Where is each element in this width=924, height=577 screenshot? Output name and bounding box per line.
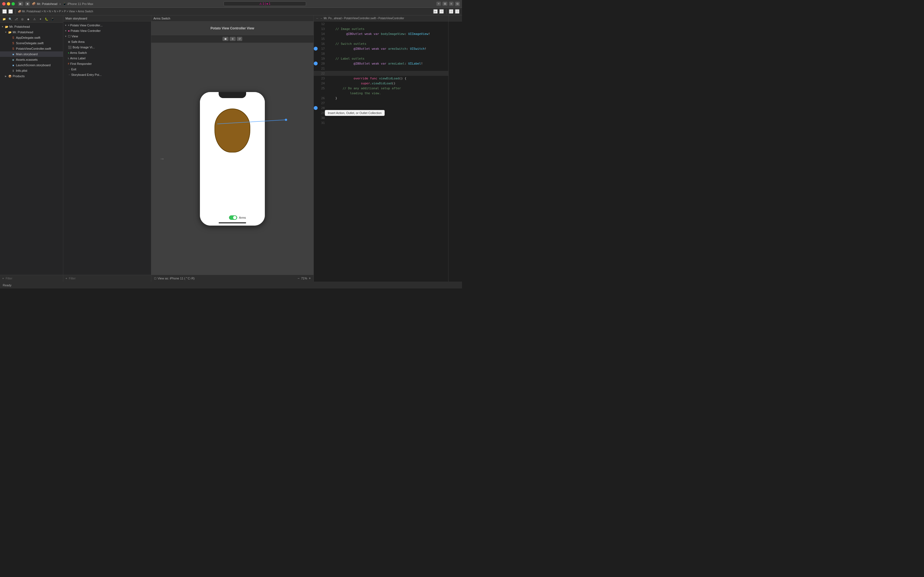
- expand-arrow: ▼: [5, 31, 7, 34]
- storyboard-entry-item[interactable]: → Storyboard Entry Poi...: [63, 72, 151, 77]
- line-num: 14: [318, 32, 328, 36]
- line-content: }: [328, 97, 448, 100]
- infoplist-file[interactable]: ℹ Info.plist: [0, 68, 63, 73]
- zoom-out-button[interactable]: −: [297, 276, 299, 280]
- spacer-arrow: [8, 47, 10, 50]
- launchscreen-file[interactable]: ■ LaunchScreen.storyboard: [0, 62, 63, 68]
- fullscreen-button[interactable]: [11, 2, 15, 5]
- back-button[interactable]: ←: [2, 9, 7, 14]
- find-icon[interactable]: 🔍: [8, 16, 13, 21]
- code-line-17: 17 @IBOutlet weak var armsSwitch: UISwit…: [314, 46, 448, 51]
- file-label: LaunchScreen.storyboard: [16, 63, 51, 67]
- minimize-button[interactable]: [7, 2, 10, 5]
- code-line-20: 20 @IBOutlet weak var armsLabel: UILabel…: [314, 61, 448, 66]
- code-back[interactable]: ←: [316, 17, 319, 20]
- storyboard-canvas-pane: Arms Switch Potato View Controller View …: [151, 15, 313, 282]
- file-label: Info.plist: [16, 69, 27, 72]
- no-bp: [314, 121, 318, 125]
- group-name-label: Mr. Potatohead: [13, 31, 33, 34]
- swift-icon: S: [11, 47, 15, 50]
- mini-header: [449, 15, 462, 21]
- scene-item[interactable]: ▼ ≡ Potato View Controller...: [63, 23, 151, 28]
- zoom-in-button[interactable]: +: [309, 276, 311, 280]
- arms-switch-label: Arms Switch: [70, 51, 87, 55]
- file-label: PotatoViewController.swift: [16, 47, 51, 50]
- line-num: 30: [318, 116, 328, 120]
- forward-button[interactable]: →: [8, 9, 13, 14]
- vc-title: Potato View Controller View: [211, 26, 254, 30]
- file-label: Main.storyboard: [16, 53, 38, 56]
- breakpoint-dot: [314, 47, 318, 50]
- arms-switch-control[interactable]: [229, 215, 237, 220]
- stop-button[interactable]: ■: [25, 2, 30, 6]
- line-num: 17: [318, 47, 328, 50]
- inspector-button[interactable]: ⧉: [455, 2, 460, 6]
- appdelegate-file[interactable]: S AppDelegate.swift: [0, 35, 63, 40]
- project-root[interactable]: ▼ 📂 Mr. Potatohead: [0, 24, 63, 29]
- switch-row: Arms: [229, 215, 246, 220]
- main-group[interactable]: ▼ 📂 Mr. Potatohead: [0, 29, 63, 35]
- symbol-icon[interactable]: ◎: [20, 16, 25, 21]
- breakpoint-icon[interactable]: ◆: [26, 16, 31, 21]
- controller-title-area: Potato View Controller View: [151, 21, 313, 35]
- line-content: @IBOutlet weak var bodyImageView: UIImag…: [328, 29, 448, 39]
- close-button[interactable]: [2, 2, 5, 5]
- issue-icon[interactable]: ⚠: [32, 16, 37, 21]
- view-as-button[interactable]: ☐: [154, 277, 157, 280]
- expand-arrow: ▶: [5, 75, 7, 77]
- refresh-icon[interactable]: ↺: [237, 37, 242, 41]
- titlebar: ▶ ■ 🥔 Mr. Potatohead › 📱 iPhone 11 Pro M…: [0, 0, 462, 8]
- scene-label: Potato View Controller...: [70, 24, 103, 27]
- run-button[interactable]: ▶: [18, 2, 23, 6]
- run-scheme-button[interactable]: ▶: [433, 9, 438, 14]
- storyboard-icon: ■: [11, 63, 15, 67]
- arms-switch-overlay: Arms: [229, 215, 246, 220]
- exit-item[interactable]: → Exit: [63, 66, 151, 72]
- outline-pane: Main storyboard ▼ ≡ Potato View Controll…: [63, 15, 151, 282]
- code-line-29: 29 Insert Action, Outlet, or Outlet Coll…: [314, 110, 448, 115]
- build-status: ⚠ 1 | ● 1: [224, 2, 306, 6]
- safe-area-item[interactable]: ▣ Safe Area: [63, 39, 151, 45]
- assets-file[interactable]: ◈ Assets.xcassets: [0, 57, 63, 62]
- no-bp: [314, 96, 318, 100]
- panel-button[interactable]: ≡: [449, 2, 454, 6]
- test-icon[interactable]: ✦: [38, 16, 43, 21]
- add-button[interactable]: +: [436, 2, 441, 6]
- main-storyboard-file[interactable]: ■ Main.storyboard: [0, 52, 63, 57]
- arms-switch-item[interactable]: ● Arms Switch: [63, 50, 151, 55]
- file-label: SceneDelegate.swift: [16, 42, 44, 45]
- device-icon[interactable]: 📱: [50, 16, 55, 21]
- code-breadcrumb: ← → Mr. Po...ahead › PotatoViewControlle…: [314, 15, 448, 21]
- arms-label-item[interactable]: L Arms Label: [63, 55, 151, 61]
- line-num: 23: [318, 77, 328, 80]
- products-group[interactable]: ▶ 📦 Products: [0, 73, 63, 79]
- debug-icon[interactable]: 🐛: [44, 16, 49, 21]
- no-bp: [314, 111, 318, 115]
- spacer-arrow: [8, 53, 10, 55]
- vc-item[interactable]: ▼ ● Potato View Controller: [63, 28, 151, 34]
- code-forward[interactable]: →: [320, 17, 323, 20]
- iphone-mockup[interactable]: [199, 92, 265, 226]
- body-image-item[interactable]: ⬛ Body Image Vi...: [63, 45, 151, 50]
- filter-icon: +: [2, 277, 4, 280]
- view-as-label: View as: iPhone 11 (⌃C↑R): [158, 277, 195, 280]
- zoom-label: 71%: [301, 277, 307, 280]
- source-control-icon[interactable]: ⎇: [14, 16, 19, 21]
- navigator-icons: 📁 🔍 ⎇ ◎ ◆ ⚠ ✦ 🐛 📱: [0, 15, 63, 23]
- tooltip-text: Insert Action, Outlet, or Outlet Collect…: [328, 111, 382, 114]
- layout-button[interactable]: ⊞: [443, 2, 447, 6]
- line-num: 13: [318, 27, 328, 31]
- view-item[interactable]: ▼ ☐ View: [63, 34, 151, 39]
- stop-icon[interactable]: ⏹: [223, 37, 229, 41]
- no-bp: [314, 101, 318, 105]
- sep2: [446, 9, 447, 14]
- first-responder-item[interactable]: F First Responder: [63, 61, 151, 66]
- scheme-button[interactable]: ⚙: [439, 9, 444, 14]
- scenedelegate-file[interactable]: S SceneDelegate.swift: [0, 40, 63, 46]
- pause-icon[interactable]: ⏸: [229, 37, 236, 41]
- potatovc-file[interactable]: S PotatoViewController.swift: [0, 46, 63, 52]
- file-nav-icon[interactable]: 📁: [2, 16, 6, 21]
- grid-button[interactable]: ⊞: [449, 9, 454, 14]
- inspector-toggle[interactable]: ☰: [455, 9, 460, 14]
- no-bp: [314, 42, 318, 46]
